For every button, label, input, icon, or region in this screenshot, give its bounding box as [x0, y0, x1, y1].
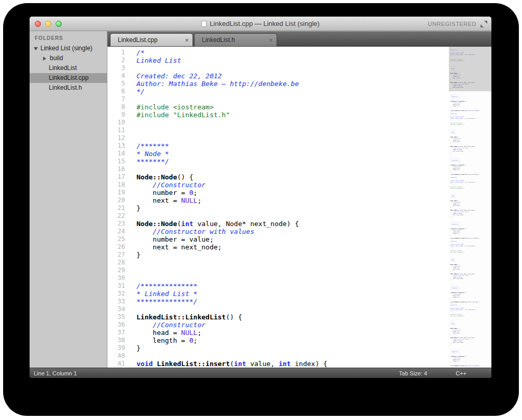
- code-line[interactable]: /*******: [136, 142, 449, 150]
- code-token: ;: [459, 105, 460, 106]
- code-token: /*******: [450, 130, 456, 131]
- code-token: number =: [450, 331, 459, 332]
- code-token: 0: [189, 189, 194, 197]
- code-token: number =: [450, 267, 459, 268]
- code-line[interactable]: }: [136, 251, 449, 259]
- code-token: length =: [450, 360, 459, 361]
- sidebar-item-linkedlist-h[interactable]: LinkedList.h: [30, 83, 107, 93]
- code-line[interactable]: next = NULL;: [136, 197, 449, 204]
- tab-linkedlist-cpp[interactable]: LinkedList.cpp×: [110, 33, 193, 46]
- code-token: Linked List: [450, 113, 457, 114]
- syntax-indicator[interactable]: C++: [456, 370, 466, 376]
- titlebar[interactable]: LinkedList.cpp — Linked List (single) UN…: [30, 17, 491, 31]
- code-line[interactable]: * Node *: [136, 150, 449, 158]
- code-token: head =: [450, 167, 457, 169]
- code-line[interactable]: [136, 119, 449, 127]
- code-token: }: [450, 362, 451, 363]
- code-line[interactable]: [136, 352, 449, 360]
- code-line[interactable]: #include "LinkedList.h": [136, 111, 449, 119]
- code-line[interactable]: [136, 267, 449, 274]
- minimap-line: void LinkedList::insert(int value, int i…: [450, 365, 491, 367]
- code-line[interactable]: [136, 95, 449, 103]
- minimap-viewport[interactable]: [449, 47, 491, 91]
- code-line[interactable]: void LinkedList::insert(int value, int i…: [136, 360, 449, 368]
- code-token: ;: [459, 139, 460, 141]
- code-line[interactable]: Node::Node(int value, Node* next_node) {: [136, 220, 449, 228]
- code-token: () {: [177, 173, 193, 181]
- code-line[interactable]: number = 0;: [136, 189, 449, 197]
- code-token: 0: [189, 337, 194, 344]
- code-token: #include: [450, 186, 456, 187]
- sidebar-item-build[interactable]: build: [30, 53, 107, 63]
- code-line[interactable]: [136, 165, 449, 173]
- code-line[interactable]: length = 0;: [136, 337, 449, 344]
- line-number: 12: [107, 134, 125, 142]
- tab-size-indicator[interactable]: Tab Size: 4: [399, 370, 427, 376]
- code-token: LinkedList::LinkedList: [450, 164, 464, 165]
- code-token: ;: [460, 141, 460, 142]
- sidebar-item-linkedlist[interactable]: LinkedList: [30, 63, 107, 73]
- code-token: LinkedList::insert: [454, 110, 465, 111]
- code-line[interactable]: *******/: [136, 158, 449, 165]
- code-line[interactable]: //Constructor: [136, 181, 449, 189]
- fullscreen-icon[interactable]: [480, 21, 487, 27]
- code-line[interactable]: }: [136, 204, 449, 212]
- code-line[interactable]: [136, 64, 449, 72]
- disclosure-triangle-icon[interactable]: [43, 57, 46, 61]
- code-line[interactable]: number = value;: [136, 235, 449, 243]
- code-line[interactable]: [136, 134, 449, 142]
- document-icon: [201, 21, 207, 27]
- line-number: 32: [107, 290, 125, 298]
- sidebar-header: FOLDERS: [30, 31, 107, 44]
- code-line[interactable]: }: [136, 344, 449, 352]
- code-token: ;: [459, 203, 460, 204]
- code-line[interactable]: //Constructor with values: [136, 228, 449, 235]
- code-line[interactable]: */: [136, 88, 449, 95]
- code-line[interactable]: //Constructor: [136, 321, 449, 329]
- code-line[interactable]: [136, 212, 449, 220]
- code-line[interactable]: /**************: [136, 282, 449, 290]
- code-token: * Node *: [136, 150, 169, 158]
- code-token: }: [136, 344, 141, 352]
- code-line[interactable]: LinkedList::LinkedList() {: [136, 313, 449, 321]
- code-token: }: [450, 298, 451, 299]
- disclosure-triangle-icon[interactable]: [34, 47, 38, 50]
- code-token: ;: [460, 231, 460, 232]
- code-line[interactable]: * Linked List *: [136, 290, 449, 298]
- code-line[interactable]: Linked List: [136, 57, 449, 64]
- code-line[interactable]: [136, 127, 449, 134]
- code-token: **************/: [136, 298, 197, 305]
- code-line[interactable]: **************/: [136, 298, 449, 305]
- minimap[interactable]: /*Linked ListCreated: dec 22, 2012Author…: [449, 47, 491, 368]
- code-token: }: [450, 107, 451, 108]
- code-line[interactable]: Node::Node() {: [136, 173, 449, 181]
- code-line[interactable]: head = NULL;: [136, 329, 449, 337]
- code-token: Node::Node: [136, 173, 177, 181]
- code-line[interactable]: next = next_node;: [136, 243, 449, 251]
- code-line[interactable]: [136, 274, 449, 282]
- code-line[interactable]: #include <iostream>: [136, 103, 449, 111]
- code-token: //Constructor: [453, 357, 461, 358]
- code-line[interactable]: [136, 305, 449, 313]
- code-token: LinkedList::LinkedList: [450, 292, 464, 293]
- code-line[interactable]: Author: Mathias Beke – http://denbeke.be: [136, 80, 449, 88]
- code-line[interactable]: [136, 259, 449, 267]
- code-token: #include: [450, 124, 456, 125]
- code-line[interactable]: Created: dec 22, 2012: [136, 72, 449, 80]
- tab-close-icon[interactable]: ×: [265, 36, 277, 44]
- code-token: ;: [459, 360, 460, 361]
- code-token: *******/: [450, 197, 456, 198]
- code-token: Node::Node: [450, 264, 457, 265]
- code-token: ;: [459, 267, 460, 268]
- sidebar-item-linkedlist-cpp[interactable]: LinkedList.cpp: [30, 73, 107, 83]
- code-area[interactable]: /*Linked ListCreated: dec 22, 2012Author…: [130, 47, 449, 368]
- code-token: }: [450, 334, 451, 335]
- tab-linkedlist-h[interactable]: LinkedList.h×: [194, 33, 277, 46]
- sidebar-item-linked-list-single-[interactable]: Linked List (single): [30, 44, 107, 53]
- code-line[interactable]: /*: [136, 49, 449, 57]
- code-token: next =: [450, 141, 457, 142]
- tab-close-icon[interactable]: ×: [181, 36, 193, 44]
- code-token: value, Node* next_node) {: [459, 273, 475, 274]
- sidebar: FOLDERS Linked List (single)buildLinkedL…: [30, 31, 107, 368]
- code-token: next = next_node;: [450, 342, 463, 343]
